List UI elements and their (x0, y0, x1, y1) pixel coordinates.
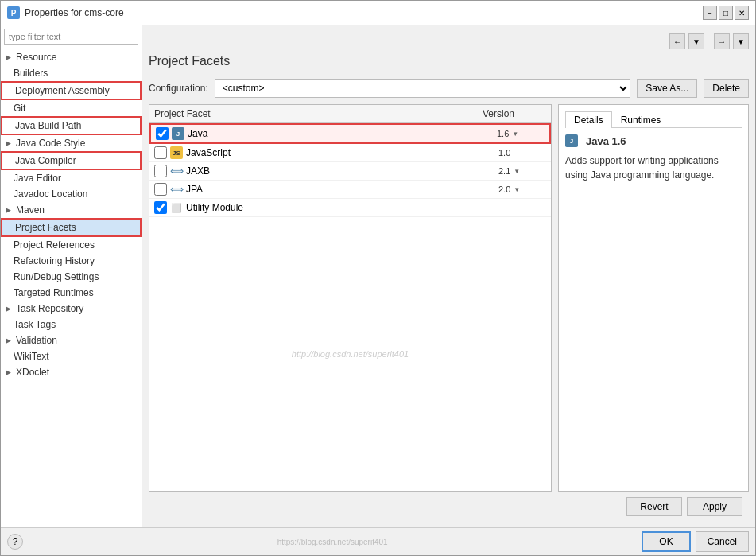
utility-module-icon: ⬜ (170, 201, 183, 214)
dialog-icon: P (7, 6, 20, 19)
sidebar-item-label: Java Code Style (16, 138, 85, 149)
sidebar: ▶ Resource Builders Deployment Assembly … (1, 25, 142, 527)
java-icon: J (172, 127, 184, 140)
back-button[interactable]: ← (669, 33, 685, 49)
table-row-utility-module[interactable]: ⬜ Utility Module (149, 199, 551, 217)
title-bar-controls: − □ ✕ (703, 6, 749, 20)
revert-button[interactable]: Revert (626, 497, 682, 516)
table-row-javascript[interactable]: JS JavaScript 1.0 (149, 144, 551, 162)
row-name-utility-module: Utility Module (186, 202, 498, 213)
dialog-title: Properties for cms-core (25, 7, 698, 18)
javascript-icon: JS (170, 146, 183, 159)
row-version-java: 1.6 ▼ (497, 129, 545, 138)
sidebar-item-project-references[interactable]: Project References (1, 237, 142, 253)
sidebar-item-label: Task Repository (16, 303, 83, 314)
sidebar-item-deployment-assembly[interactable]: Deployment Assembly (1, 81, 142, 100)
nav-tree: ▶ Resource Builders Deployment Assembly … (1, 48, 142, 527)
sidebar-item-run-debug-settings[interactable]: Run/Debug Settings (1, 269, 142, 285)
sidebar-item-label: Javadoc Location (14, 189, 87, 200)
table-row-java[interactable]: J Java 1.6 ▼ (149, 123, 551, 144)
toolbar-row: ← ▼ → ▼ (149, 32, 749, 54)
ok-cancel-buttons: OK Cancel (642, 531, 749, 552)
sidebar-item-refactoring-history[interactable]: Refactoring History (1, 253, 142, 269)
panel-title: Project Facets (149, 54, 749, 72)
footer-row: ? https://blog.csdn.net/superit401 OK Ca… (1, 527, 755, 555)
details-tabs: Details Runtimes (565, 111, 742, 128)
dropdown-back-button[interactable]: ▼ (688, 33, 704, 49)
details-title: J Java 1.6 (565, 134, 742, 147)
table-row-jaxb[interactable]: ⟺ JAXB 2.1 ▼ (149, 162, 551, 181)
jpa-icon: ⟺ (170, 183, 183, 196)
jaxb-icon: ⟺ (170, 165, 183, 177)
sidebar-item-task-tags[interactable]: Task Tags (1, 317, 142, 332)
cancel-button[interactable]: Cancel (696, 531, 749, 552)
sidebar-item-java-code-style[interactable]: ▶ Java Code Style (1, 135, 142, 151)
version-dropdown-arrow-jaxb[interactable]: ▼ (514, 168, 520, 175)
sidebar-item-javadoc-location[interactable]: Javadoc Location (1, 186, 142, 202)
tab-runtimes[interactable]: Runtimes (612, 111, 670, 128)
sidebar-item-label: WikiText (14, 351, 49, 362)
sidebar-item-label: Resource (16, 52, 56, 63)
dropdown-forward-button[interactable]: ▼ (733, 33, 749, 49)
title-bar: P Properties for cms-core − □ ✕ (1, 1, 755, 25)
utility-module-checkbox[interactable] (154, 201, 167, 214)
filter-input[interactable] (4, 29, 138, 45)
sidebar-item-wikitext[interactable]: WikiText (1, 348, 142, 364)
col-header-facet: Project Facet (154, 108, 483, 119)
config-select[interactable]: <custom> (215, 79, 631, 98)
sidebar-item-project-facets[interactable]: Project Facets (1, 218, 142, 237)
sidebar-item-java-editor[interactable]: Java Editor (1, 170, 142, 186)
sidebar-item-resource[interactable]: ▶ Resource (1, 49, 142, 65)
arrow-icon: ▶ (6, 305, 11, 313)
arrow-icon: ▶ (6, 139, 11, 147)
apply-button[interactable]: Apply (687, 497, 742, 516)
minimize-button[interactable]: − (703, 6, 717, 20)
sidebar-item-validation[interactable]: ▶ Validation (1, 332, 142, 348)
sidebar-item-label: Deployment Assembly (15, 85, 110, 96)
sidebar-item-java-build-path[interactable]: Java Build Path (1, 116, 142, 135)
sidebar-item-java-compiler[interactable]: Java Compiler (1, 151, 142, 170)
properties-dialog: P Properties for cms-core − □ ✕ ▶ Resour… (0, 0, 756, 556)
sidebar-item-maven[interactable]: ▶ Maven (1, 202, 142, 218)
forward-button[interactable]: → (714, 33, 730, 49)
sidebar-item-xdoclet[interactable]: ▶ XDoclet (1, 364, 142, 380)
ok-button[interactable]: OK (642, 531, 690, 552)
sidebar-item-git[interactable]: Git (1, 100, 142, 116)
config-label: Configuration: (149, 83, 208, 94)
sidebar-item-label: Maven (16, 204, 45, 216)
sidebar-item-label: Java Compiler (15, 155, 76, 166)
sidebar-item-label: Java Editor (14, 173, 61, 184)
sidebar-item-task-repository[interactable]: ▶ Task Repository (1, 301, 142, 317)
version-dropdown-arrow-jpa[interactable]: ▼ (514, 186, 520, 193)
tab-details[interactable]: Details (565, 111, 612, 128)
config-row: Configuration: <custom> Save As... Delet… (149, 79, 749, 98)
row-name-jaxb: JAXB (186, 165, 498, 177)
table-row-jpa[interactable]: ⟺ JPA 2.0 ▼ (149, 181, 551, 199)
jpa-checkbox[interactable] (154, 183, 167, 196)
maximize-button[interactable]: □ (719, 6, 733, 20)
sidebar-item-label: Task Tags (14, 319, 56, 330)
details-java-icon: J (565, 134, 578, 147)
jaxb-checkbox[interactable] (154, 165, 167, 177)
version-dropdown-arrow-java[interactable]: ▼ (512, 130, 518, 138)
close-button[interactable]: ✕ (735, 6, 749, 20)
row-version-javascript: 1.0 (498, 148, 546, 157)
sidebar-item-targeted-runtimes[interactable]: Targeted Runtimes (1, 285, 142, 301)
row-name-javascript: JavaScript (186, 147, 498, 158)
footer-buttons: Revert Apply (626, 497, 742, 516)
save-as-button[interactable]: Save As... (637, 79, 697, 98)
sidebar-item-label: Java Build Path (15, 120, 81, 131)
delete-button[interactable]: Delete (704, 79, 749, 98)
sidebar-item-label: Project References (14, 239, 95, 251)
help-button[interactable]: ? (7, 534, 23, 550)
sidebar-item-builders[interactable]: Builders (1, 65, 142, 81)
table-header: Project Facet Version (149, 105, 551, 123)
javascript-checkbox[interactable] (154, 146, 167, 159)
details-content: J Java 1.6 Adds support for writing appl… (565, 134, 742, 484)
col-header-version: Version (483, 108, 546, 119)
arrow-icon: ▶ (6, 53, 11, 61)
java-checkbox[interactable] (156, 127, 169, 140)
footer-watermark: https://blog.csdn.net/superit401 (23, 538, 642, 546)
facets-area: Project Facet Version J Java 1.6 ▼ (149, 104, 749, 492)
details-description: Adds support for writing applications us… (565, 154, 742, 182)
